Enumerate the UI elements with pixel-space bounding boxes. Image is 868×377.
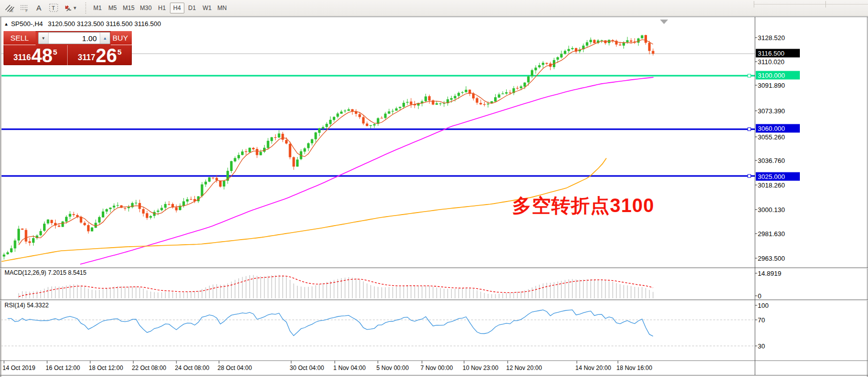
fibo-tool-icon[interactable]: F	[18, 2, 31, 14]
ask-big: 26	[96, 48, 117, 64]
volume-decrease-icon[interactable]: ▼	[39, 33, 49, 44]
terminal-window: E F A T ▼ M1M5M15M30H1H4D	[0, 0, 868, 377]
timeframe-button-d1[interactable]: D1	[185, 3, 199, 14]
timeframe-button-mn[interactable]: MN	[215, 3, 230, 14]
timeframe-group: M1M5M15M30H1H4D1W1MN	[90, 3, 230, 14]
chart-window: ▲SP500-,H43120.500 3123.500 3116.500 311…	[0, 17, 868, 377]
volume-stepper: ▼ 1.00 ▲	[38, 32, 110, 44]
bid-price[interactable]: 3116 48 5	[4, 45, 68, 65]
symbol-label: SP500-,H4	[11, 20, 43, 28]
tool-sub-f: F	[26, 9, 28, 13]
candlesticks	[3, 35, 655, 259]
macd-histogram	[19, 275, 653, 298]
hline-handle[interactable]	[748, 128, 751, 131]
buy-button[interactable]: BUY	[111, 31, 132, 45]
svg-text:T: T	[52, 5, 55, 11]
timeframe-button-h4[interactable]: H4	[170, 3, 184, 14]
dock-grip	[754, 1, 754, 8]
macd-indicator-label: MACD(12,26,9) 7.2015 8.5415	[5, 269, 86, 276]
timeframe-button-m15[interactable]: M15	[120, 3, 137, 14]
ask-prefix: 3117	[78, 54, 95, 62]
volume-increase-icon[interactable]: ▲	[100, 33, 110, 44]
hline-handle[interactable]	[748, 74, 751, 77]
dropdown-caret-icon[interactable]: ▼	[73, 6, 77, 11]
arrows-tool-icon[interactable]: ▼	[61, 2, 79, 14]
chart-canvas[interactable]	[0, 17, 868, 377]
hline-handle[interactable]	[748, 174, 751, 177]
rsi-indicator-label: RSI(14) 54.3322	[5, 302, 49, 309]
ask-price[interactable]: 3117 26 5	[68, 45, 132, 65]
timeframe-button-m30[interactable]: M30	[137, 3, 154, 14]
timeframe-button-m5[interactable]: M5	[105, 3, 120, 14]
tool-sub-e: E	[11, 9, 14, 13]
bid-sup: 5	[53, 48, 57, 56]
channels-tool-icon[interactable]: E	[3, 2, 17, 14]
ohlc-values: 3120.500 3123.500 3116.500 3116.500	[48, 20, 161, 28]
chart-title: ▲SP500-,H43120.500 3123.500 3116.500 311…	[4, 20, 161, 28]
volume-input[interactable]: 1.00	[49, 33, 100, 44]
toolbar-grip	[84, 3, 87, 14]
collapse-triangle-icon[interactable]: ▲	[4, 22, 9, 27]
chart-shift-marker-icon[interactable]	[660, 20, 668, 24]
text-label-icon[interactable]: A	[32, 2, 46, 14]
dock-grip	[825, 1, 826, 8]
dock-divider	[754, 4, 868, 5]
timeframe-button-w1[interactable]: W1	[200, 3, 214, 14]
bid-big: 48	[32, 48, 53, 64]
chart-text-annotation[interactable]: 多空转折点3100	[512, 193, 655, 219]
timeframe-button-m1[interactable]: M1	[90, 3, 105, 14]
sell-button[interactable]: SELL	[4, 31, 36, 45]
text-tool-icon[interactable]: T	[47, 2, 60, 14]
bid-prefix: 3116	[14, 54, 31, 62]
timeframe-button-h1[interactable]: H1	[155, 3, 169, 14]
ask-sup: 5	[117, 48, 121, 56]
one-click-trading-panel: SELL ▼ 1.00 ▲ BUY 3116 48 5 3117 26 5	[4, 31, 132, 65]
toolbar: E F A T ▼ M1M5M15M30H1H4D	[0, 0, 868, 16]
